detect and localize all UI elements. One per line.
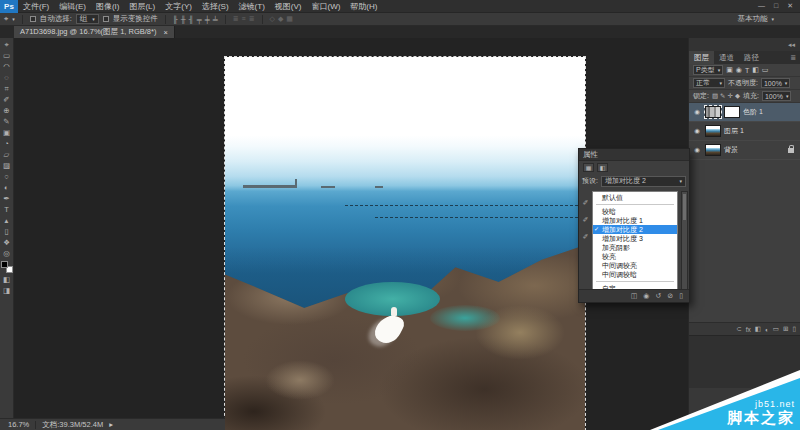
new-adjustment-icon[interactable]: ◐ — [765, 326, 769, 333]
foreground-color-swatch[interactable] — [1, 261, 8, 268]
white-point-eyedropper-icon[interactable]: ✐ — [583, 233, 589, 241]
photoshop-logo[interactable]: Ps — [0, 0, 18, 13]
status-arrow-icon[interactable]: ▸ — [109, 420, 113, 429]
layer-thumbnail[interactable] — [705, 125, 721, 137]
new-group-icon[interactable]: ▭ — [773, 325, 779, 333]
lasso-tool[interactable]: ◠ — [0, 61, 13, 72]
tab-close-icon[interactable]: × — [163, 28, 167, 37]
close-button[interactable]: ✕ — [787, 2, 793, 10]
eraser-tool[interactable]: ▱ — [0, 149, 13, 160]
history-brush-tool[interactable]: ◔ — [0, 138, 13, 149]
filter-adjustment-icon[interactable]: ◉ — [736, 66, 742, 74]
delete-layer-icon[interactable]: ▯ — [792, 325, 796, 333]
tool-preset-caret-icon[interactable]: ▾ — [12, 16, 15, 22]
pen-tool[interactable]: ✒ — [0, 193, 13, 204]
workspace-switcher[interactable]: 基本功能 ▾ — [737, 14, 774, 24]
clip-mask-icon[interactable]: ◧ — [597, 163, 608, 172]
zoom-level-field[interactable]: 16.7% — [8, 420, 29, 429]
auto-select-checkbox[interactable] — [30, 16, 36, 22]
visibility-icon[interactable]: ◉ — [643, 292, 649, 300]
preset-dropdown[interactable]: 增加对比度 2 ▾ — [601, 176, 686, 187]
minimize-button[interactable]: — — [758, 2, 765, 10]
move-tool[interactable]: ⌖ — [0, 39, 13, 50]
screen-mode-button[interactable]: ◨ — [0, 285, 13, 296]
fill-field[interactable]: 100% ▾ — [762, 91, 791, 101]
align-bottom-icon[interactable]: ╧ — [213, 16, 218, 23]
restore-button[interactable]: □ — [774, 2, 778, 10]
blend-mode-dropdown[interactable]: 正常 ▾ — [693, 78, 725, 88]
visibility-eye-icon[interactable]: ◉ — [692, 108, 702, 116]
tab-channels[interactable]: 通道 — [714, 51, 739, 64]
gradient-tool[interactable]: ▨ — [0, 160, 13, 171]
previous-state-icon[interactable]: ⊘ — [667, 292, 673, 300]
layer-row-layer-1[interactable]: ◉ 图层 1 — [689, 122, 800, 141]
align-center-h-icon[interactable]: ╫ — [181, 16, 186, 23]
filter-smartobject-icon[interactable]: ▭ — [762, 66, 769, 74]
adjustment-thumbnail[interactable] — [705, 106, 721, 118]
gray-point-eyedropper-icon[interactable]: ✐ — [583, 216, 589, 224]
scrollbar-thumb[interactable] — [683, 194, 686, 220]
quick-mask-button[interactable]: ◧ — [0, 274, 13, 285]
menu-layer[interactable]: 图层(L) — [124, 1, 160, 12]
layer-thumbnail[interactable] — [705, 144, 721, 156]
scrollbar[interactable] — [681, 191, 688, 290]
show-transform-checkbox[interactable] — [103, 16, 109, 22]
eyedropper-tool[interactable]: ✐ — [0, 94, 13, 105]
blur-tool[interactable]: ○ — [0, 171, 13, 182]
active-tool-icon[interactable]: ⌖ — [4, 14, 8, 24]
preset-option[interactable]: 增加对比度 1 — [593, 216, 677, 225]
filter-shape-icon[interactable]: ◧ — [752, 66, 759, 74]
layer-row-levels-1[interactable]: ◉ 色阶 1 — [689, 103, 800, 122]
tab-layers[interactable]: 图层 — [689, 51, 714, 64]
link-layers-icon[interactable]: ⊂ — [736, 325, 741, 333]
align-left-icon[interactable]: ╟ — [173, 16, 178, 23]
filter-type-icon[interactable]: T — [745, 67, 749, 74]
add-mask-icon[interactable]: ◧ — [755, 325, 761, 333]
align-right-icon[interactable]: ╢ — [189, 16, 194, 23]
marquee-tool[interactable]: ▭ — [0, 50, 13, 61]
menu-edit[interactable]: 编辑(E) — [54, 1, 91, 12]
layer-name[interactable]: 图层 1 — [724, 126, 744, 136]
new-layer-icon[interactable]: ⊞ — [783, 325, 788, 333]
align-center-v-icon[interactable]: ╪ — [205, 16, 210, 23]
zoom-tool[interactable]: ◎ — [0, 248, 13, 259]
lock-position-icon[interactable]: ✛ — [728, 92, 733, 100]
lock-transparent-icon[interactable]: ▨ — [712, 92, 718, 100]
layer-style-icon[interactable]: fx — [746, 326, 751, 333]
visibility-eye-icon[interactable]: ◉ — [692, 127, 702, 135]
document-tab[interactable]: A71D3698.jpg @ 16.7%(图层 1, RGB/8*) × — [14, 26, 175, 38]
preset-option[interactable]: 较亮 — [593, 252, 677, 261]
hand-tool[interactable]: ❖ — [0, 237, 13, 248]
delete-adjustment-icon[interactable]: ▯ — [679, 292, 683, 300]
kind-filter-dropdown[interactable]: P类型 ▾ — [693, 65, 723, 75]
layer-mask-thumbnail[interactable] — [724, 106, 740, 118]
preset-option[interactable]: 较暗 — [593, 207, 677, 216]
menu-help[interactable]: 帮助(H) — [345, 1, 382, 12]
menu-view[interactable]: 视图(V) — [270, 1, 307, 12]
menu-window[interactable]: 窗口(W) — [306, 1, 345, 12]
preset-option[interactable]: 默认值 — [593, 193, 677, 202]
document-canvas[interactable] — [225, 57, 585, 430]
lock-all-icon[interactable]: ◆ — [735, 92, 740, 100]
preset-option[interactable]: 增加对比度 3 — [593, 234, 677, 243]
type-tool[interactable]: T — [0, 204, 13, 215]
color-swatches[interactable] — [1, 261, 13, 273]
clone-stamp-tool[interactable]: ▣ — [0, 127, 13, 138]
lock-pixels-icon[interactable]: ✎ — [720, 92, 725, 100]
menu-filter[interactable]: 滤镜(T) — [234, 1, 270, 12]
crop-tool[interactable]: ⌗ — [0, 83, 13, 94]
menu-select[interactable]: 选择(S) — [197, 1, 234, 12]
healing-brush-tool[interactable]: ⊕ — [0, 105, 13, 116]
preset-option[interactable]: 中间调较亮 — [593, 261, 677, 270]
tab-paths[interactable]: 路径 — [739, 51, 764, 64]
black-point-eyedropper-icon[interactable]: ✐ — [583, 199, 589, 207]
reset-icon[interactable]: ↺ — [655, 292, 661, 300]
collapse-panels-icon[interactable]: ◂◂ — [788, 41, 795, 49]
layer-name[interactable]: 背景 — [724, 145, 738, 155]
dodge-tool[interactable]: ◐ — [0, 182, 13, 193]
preset-option[interactable]: 中间调较暗 — [593, 270, 677, 279]
properties-tab[interactable]: 属性 — [579, 149, 689, 161]
auto-select-dropdown[interactable]: 组 ▾ — [76, 14, 99, 24]
clip-to-layer-icon[interactable]: ◫ — [631, 292, 638, 300]
preset-option[interactable]: 加亮阴影 — [593, 243, 677, 252]
